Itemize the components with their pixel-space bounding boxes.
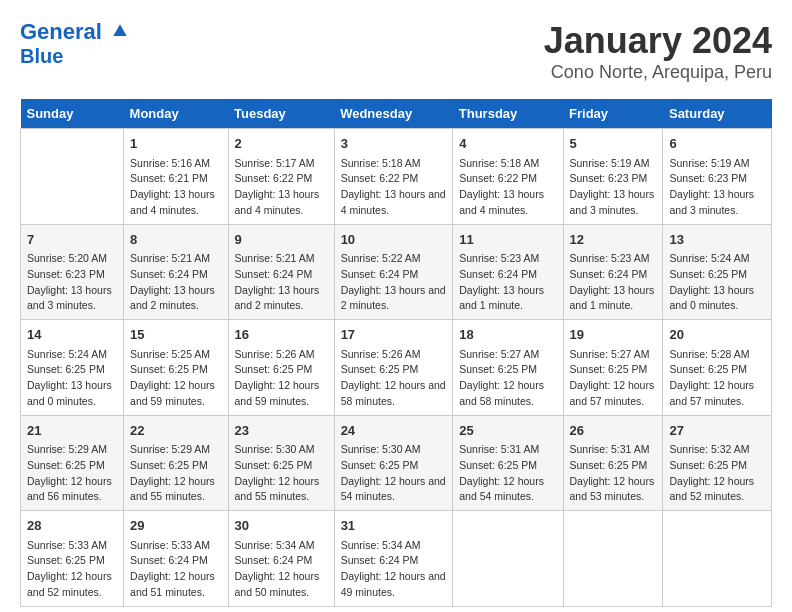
day-number: 15 bbox=[130, 325, 221, 345]
day-number: 11 bbox=[459, 230, 556, 250]
day-number: 19 bbox=[570, 325, 657, 345]
week-row-2: 7Sunrise: 5:20 AMSunset: 6:23 PMDaylight… bbox=[21, 224, 772, 320]
calendar-cell: 1Sunrise: 5:16 AMSunset: 6:21 PMDaylight… bbox=[124, 129, 228, 225]
calendar-cell: 24Sunrise: 5:30 AMSunset: 6:25 PMDayligh… bbox=[334, 415, 453, 511]
day-number: 3 bbox=[341, 134, 447, 154]
calendar-cell: 21Sunrise: 5:29 AMSunset: 6:25 PMDayligh… bbox=[21, 415, 124, 511]
calendar-cell: 10Sunrise: 5:22 AMSunset: 6:24 PMDayligh… bbox=[334, 224, 453, 320]
day-info: Sunrise: 5:30 AMSunset: 6:25 PMDaylight:… bbox=[341, 442, 447, 505]
day-number: 22 bbox=[130, 421, 221, 441]
day-info: Sunrise: 5:20 AMSunset: 6:23 PMDaylight:… bbox=[27, 251, 117, 314]
day-number: 2 bbox=[235, 134, 328, 154]
calendar-cell bbox=[453, 511, 563, 607]
day-number: 12 bbox=[570, 230, 657, 250]
header-sunday: Sunday bbox=[21, 99, 124, 129]
calendar-cell: 5Sunrise: 5:19 AMSunset: 6:23 PMDaylight… bbox=[563, 129, 663, 225]
calendar-cell: 12Sunrise: 5:23 AMSunset: 6:24 PMDayligh… bbox=[563, 224, 663, 320]
title-block: January 2024 Cono Norte, Arequipa, Peru bbox=[544, 20, 772, 83]
logo-general: General bbox=[20, 19, 102, 44]
header-row: SundayMondayTuesdayWednesdayThursdayFrid… bbox=[21, 99, 772, 129]
day-info: Sunrise: 5:25 AMSunset: 6:25 PMDaylight:… bbox=[130, 347, 221, 410]
calendar-cell: 18Sunrise: 5:27 AMSunset: 6:25 PMDayligh… bbox=[453, 320, 563, 416]
day-info: Sunrise: 5:34 AMSunset: 6:24 PMDaylight:… bbox=[235, 538, 328, 601]
day-info: Sunrise: 5:24 AMSunset: 6:25 PMDaylight:… bbox=[27, 347, 117, 410]
calendar-cell: 9Sunrise: 5:21 AMSunset: 6:24 PMDaylight… bbox=[228, 224, 334, 320]
week-row-3: 14Sunrise: 5:24 AMSunset: 6:25 PMDayligh… bbox=[21, 320, 772, 416]
day-number: 31 bbox=[341, 516, 447, 536]
day-number: 4 bbox=[459, 134, 556, 154]
calendar-cell: 30Sunrise: 5:34 AMSunset: 6:24 PMDayligh… bbox=[228, 511, 334, 607]
calendar-subtitle: Cono Norte, Arequipa, Peru bbox=[544, 62, 772, 83]
day-number: 10 bbox=[341, 230, 447, 250]
header-monday: Monday bbox=[124, 99, 228, 129]
calendar-cell: 4Sunrise: 5:18 AMSunset: 6:22 PMDaylight… bbox=[453, 129, 563, 225]
day-info: Sunrise: 5:34 AMSunset: 6:24 PMDaylight:… bbox=[341, 538, 447, 601]
day-info: Sunrise: 5:17 AMSunset: 6:22 PMDaylight:… bbox=[235, 156, 328, 219]
day-number: 20 bbox=[669, 325, 765, 345]
logo: General Blue bbox=[20, 20, 130, 68]
day-number: 29 bbox=[130, 516, 221, 536]
week-row-4: 21Sunrise: 5:29 AMSunset: 6:25 PMDayligh… bbox=[21, 415, 772, 511]
calendar-cell: 7Sunrise: 5:20 AMSunset: 6:23 PMDaylight… bbox=[21, 224, 124, 320]
calendar-cell: 11Sunrise: 5:23 AMSunset: 6:24 PMDayligh… bbox=[453, 224, 563, 320]
day-number: 21 bbox=[27, 421, 117, 441]
calendar-cell: 23Sunrise: 5:30 AMSunset: 6:25 PMDayligh… bbox=[228, 415, 334, 511]
day-info: Sunrise: 5:19 AMSunset: 6:23 PMDaylight:… bbox=[669, 156, 765, 219]
day-number: 18 bbox=[459, 325, 556, 345]
day-number: 9 bbox=[235, 230, 328, 250]
calendar-cell: 14Sunrise: 5:24 AMSunset: 6:25 PMDayligh… bbox=[21, 320, 124, 416]
day-number: 28 bbox=[27, 516, 117, 536]
day-number: 5 bbox=[570, 134, 657, 154]
header-saturday: Saturday bbox=[663, 99, 772, 129]
day-info: Sunrise: 5:21 AMSunset: 6:24 PMDaylight:… bbox=[235, 251, 328, 314]
day-number: 17 bbox=[341, 325, 447, 345]
calendar-cell: 19Sunrise: 5:27 AMSunset: 6:25 PMDayligh… bbox=[563, 320, 663, 416]
day-number: 23 bbox=[235, 421, 328, 441]
day-info: Sunrise: 5:19 AMSunset: 6:23 PMDaylight:… bbox=[570, 156, 657, 219]
calendar-cell bbox=[663, 511, 772, 607]
day-info: Sunrise: 5:31 AMSunset: 6:25 PMDaylight:… bbox=[459, 442, 556, 505]
day-number: 26 bbox=[570, 421, 657, 441]
calendar-cell: 8Sunrise: 5:21 AMSunset: 6:24 PMDaylight… bbox=[124, 224, 228, 320]
day-info: Sunrise: 5:23 AMSunset: 6:24 PMDaylight:… bbox=[570, 251, 657, 314]
svg-marker-0 bbox=[113, 25, 126, 37]
day-number: 7 bbox=[27, 230, 117, 250]
calendar-title: January 2024 bbox=[544, 20, 772, 62]
day-info: Sunrise: 5:27 AMSunset: 6:25 PMDaylight:… bbox=[570, 347, 657, 410]
header-wednesday: Wednesday bbox=[334, 99, 453, 129]
day-info: Sunrise: 5:33 AMSunset: 6:24 PMDaylight:… bbox=[130, 538, 221, 601]
calendar-cell: 31Sunrise: 5:34 AMSunset: 6:24 PMDayligh… bbox=[334, 511, 453, 607]
calendar-cell: 3Sunrise: 5:18 AMSunset: 6:22 PMDaylight… bbox=[334, 129, 453, 225]
day-number: 30 bbox=[235, 516, 328, 536]
day-info: Sunrise: 5:18 AMSunset: 6:22 PMDaylight:… bbox=[459, 156, 556, 219]
week-row-1: 1Sunrise: 5:16 AMSunset: 6:21 PMDaylight… bbox=[21, 129, 772, 225]
day-number: 13 bbox=[669, 230, 765, 250]
day-number: 1 bbox=[130, 134, 221, 154]
calendar-cell: 2Sunrise: 5:17 AMSunset: 6:22 PMDaylight… bbox=[228, 129, 334, 225]
calendar-cell: 28Sunrise: 5:33 AMSunset: 6:25 PMDayligh… bbox=[21, 511, 124, 607]
calendar-cell: 15Sunrise: 5:25 AMSunset: 6:25 PMDayligh… bbox=[124, 320, 228, 416]
day-info: Sunrise: 5:18 AMSunset: 6:22 PMDaylight:… bbox=[341, 156, 447, 219]
day-info: Sunrise: 5:29 AMSunset: 6:25 PMDaylight:… bbox=[27, 442, 117, 505]
calendar-body: 1Sunrise: 5:16 AMSunset: 6:21 PMDaylight… bbox=[21, 129, 772, 607]
day-info: Sunrise: 5:27 AMSunset: 6:25 PMDaylight:… bbox=[459, 347, 556, 410]
day-info: Sunrise: 5:31 AMSunset: 6:25 PMDaylight:… bbox=[570, 442, 657, 505]
calendar-cell: 16Sunrise: 5:26 AMSunset: 6:25 PMDayligh… bbox=[228, 320, 334, 416]
day-info: Sunrise: 5:23 AMSunset: 6:24 PMDaylight:… bbox=[459, 251, 556, 314]
day-info: Sunrise: 5:21 AMSunset: 6:24 PMDaylight:… bbox=[130, 251, 221, 314]
day-number: 8 bbox=[130, 230, 221, 250]
calendar-cell: 17Sunrise: 5:26 AMSunset: 6:25 PMDayligh… bbox=[334, 320, 453, 416]
day-info: Sunrise: 5:26 AMSunset: 6:25 PMDaylight:… bbox=[341, 347, 447, 410]
calendar-cell: 13Sunrise: 5:24 AMSunset: 6:25 PMDayligh… bbox=[663, 224, 772, 320]
day-info: Sunrise: 5:24 AMSunset: 6:25 PMDaylight:… bbox=[669, 251, 765, 314]
day-info: Sunrise: 5:30 AMSunset: 6:25 PMDaylight:… bbox=[235, 442, 328, 505]
logo-text: General bbox=[20, 20, 130, 44]
day-info: Sunrise: 5:28 AMSunset: 6:25 PMDaylight:… bbox=[669, 347, 765, 410]
day-info: Sunrise: 5:22 AMSunset: 6:24 PMDaylight:… bbox=[341, 251, 447, 314]
day-info: Sunrise: 5:16 AMSunset: 6:21 PMDaylight:… bbox=[130, 156, 221, 219]
logo-blue: Blue bbox=[20, 44, 130, 68]
day-number: 24 bbox=[341, 421, 447, 441]
day-number: 27 bbox=[669, 421, 765, 441]
calendar-cell: 25Sunrise: 5:31 AMSunset: 6:25 PMDayligh… bbox=[453, 415, 563, 511]
day-info: Sunrise: 5:33 AMSunset: 6:25 PMDaylight:… bbox=[27, 538, 117, 601]
